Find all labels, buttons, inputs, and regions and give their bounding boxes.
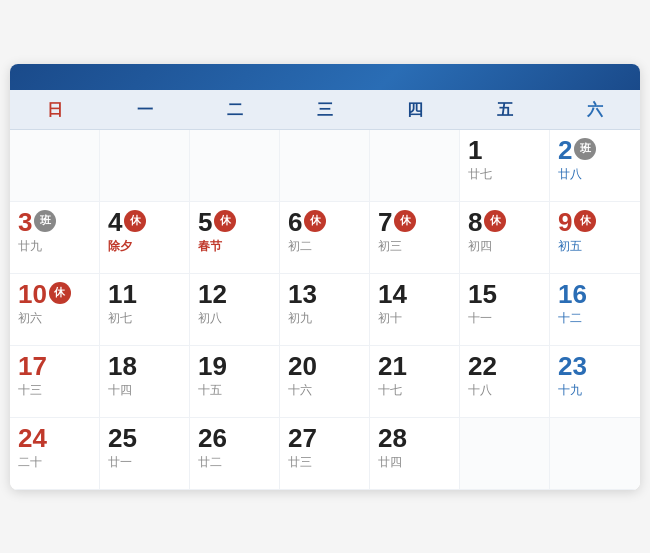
lunar-label: 十二: [558, 310, 582, 327]
day-cell: 28廿四: [370, 418, 460, 490]
day-cell: [280, 130, 370, 202]
day-cell: 12初八: [190, 274, 280, 346]
day-cell: 2班廿八: [550, 130, 640, 202]
lunar-label: 初六: [18, 310, 42, 327]
day-cell: 5休春节: [190, 202, 280, 274]
day-cell: 7休初三: [370, 202, 460, 274]
lunar-label: 廿三: [288, 454, 312, 471]
day-cell: 25廿一: [100, 418, 190, 490]
day-number: 4: [108, 208, 122, 237]
rest-badge: 休: [484, 210, 506, 232]
day-number: 23: [558, 352, 587, 381]
day-number: 10: [18, 280, 47, 309]
day-number: 13: [288, 280, 317, 309]
day-cell: 22十八: [460, 346, 550, 418]
day-number: 19: [198, 352, 227, 381]
work-badge: 班: [34, 210, 56, 232]
lunar-label: 初八: [198, 310, 222, 327]
lunar-label: 十九: [558, 382, 582, 399]
day-cell: 19十五: [190, 346, 280, 418]
lunar-label: 十五: [198, 382, 222, 399]
lunar-label: 十八: [468, 382, 492, 399]
day-cell: 11初七: [100, 274, 190, 346]
day-number: 1: [468, 136, 482, 165]
day-number: 27: [288, 424, 317, 453]
day-number: 12: [198, 280, 227, 309]
lunar-label: 初四: [468, 238, 492, 255]
day-cell: [190, 130, 280, 202]
day-number: 11: [108, 280, 137, 309]
day-number: 15: [468, 280, 497, 309]
lunar-label: 初五: [558, 238, 582, 255]
day-number: 3: [18, 208, 32, 237]
day-cell: [550, 418, 640, 490]
day-number: 26: [198, 424, 227, 453]
day-cell: 18十四: [100, 346, 190, 418]
day-number: 20: [288, 352, 317, 381]
day-cell: 27廿三: [280, 418, 370, 490]
day-number: 5: [198, 208, 212, 237]
lunar-label: 春节: [198, 238, 222, 255]
day-number: 25: [108, 424, 137, 453]
day-cell: 21十七: [370, 346, 460, 418]
day-number: 17: [18, 352, 47, 381]
rest-badge: 休: [214, 210, 236, 232]
lunar-label: 十一: [468, 310, 492, 327]
lunar-label: 廿二: [198, 454, 222, 471]
day-number: 28: [378, 424, 407, 453]
lunar-label: 初九: [288, 310, 312, 327]
day-number: 22: [468, 352, 497, 381]
day-cell: 4休除夕: [100, 202, 190, 274]
day-number: 16: [558, 280, 587, 309]
work-badge: 班: [574, 138, 596, 160]
day-cell: 9休初五: [550, 202, 640, 274]
weekday-sun: 日: [10, 90, 100, 129]
weekday-row: 日一二三四五六: [10, 90, 640, 130]
day-cell: 13初九: [280, 274, 370, 346]
day-number: 9: [558, 208, 572, 237]
day-number: 7: [378, 208, 392, 237]
lunar-label: 廿九: [18, 238, 42, 255]
day-cell: 23十九: [550, 346, 640, 418]
day-cell: [460, 418, 550, 490]
day-cell: 1廿七: [460, 130, 550, 202]
day-cell: 6休初二: [280, 202, 370, 274]
rest-badge: 休: [574, 210, 596, 232]
day-number: 8: [468, 208, 482, 237]
day-number: 21: [378, 352, 407, 381]
weekday-mon: 一: [100, 90, 190, 129]
rest-badge: 休: [124, 210, 146, 232]
day-cell: [370, 130, 460, 202]
rest-badge: 休: [394, 210, 416, 232]
lunar-label: 初三: [378, 238, 402, 255]
weekday-thu: 四: [370, 90, 460, 129]
calendar: 日一二三四五六 1廿七2班廿八3班廿九4休除夕5休春节6休初二7休初三8休初四9…: [10, 64, 640, 490]
day-cell: 26廿二: [190, 418, 280, 490]
day-number: 6: [288, 208, 302, 237]
day-cell: [100, 130, 190, 202]
day-number: 18: [108, 352, 137, 381]
lunar-label: 初七: [108, 310, 132, 327]
calendar-header: [10, 64, 640, 90]
day-cell: [10, 130, 100, 202]
lunar-label: 十六: [288, 382, 312, 399]
day-cell: 17十三: [10, 346, 100, 418]
day-cell: 3班廿九: [10, 202, 100, 274]
lunar-label: 廿七: [468, 166, 492, 183]
lunar-label: 初十: [378, 310, 402, 327]
day-cell: 16十二: [550, 274, 640, 346]
weekday-wed: 三: [280, 90, 370, 129]
rest-badge: 休: [49, 282, 71, 304]
lunar-label: 除夕: [108, 238, 132, 255]
lunar-label: 廿四: [378, 454, 402, 471]
rest-badge: 休: [304, 210, 326, 232]
day-cell: 8休初四: [460, 202, 550, 274]
lunar-label: 十三: [18, 382, 42, 399]
lunar-label: 二十: [18, 454, 42, 471]
lunar-label: 十七: [378, 382, 402, 399]
day-cell: 20十六: [280, 346, 370, 418]
day-cell: 10休初六: [10, 274, 100, 346]
day-cell: 15十一: [460, 274, 550, 346]
day-number: 2: [558, 136, 572, 165]
lunar-label: 初二: [288, 238, 312, 255]
